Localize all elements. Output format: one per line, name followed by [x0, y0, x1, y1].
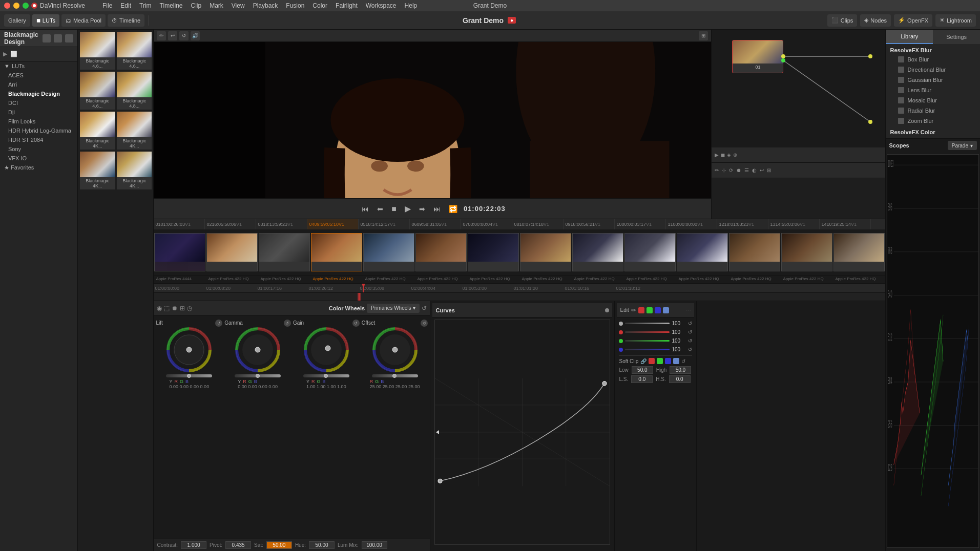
adj-green-btn[interactable]: [647, 307, 653, 313]
lut-item-2[interactable]: Blackmagic 4.6...: [80, 72, 115, 110]
fx-tab-library[interactable]: Library: [886, 30, 933, 44]
sat-input[interactable]: [266, 541, 292, 549]
soft-clip-all[interactable]: [673, 358, 679, 364]
clip-12[interactable]: [729, 233, 780, 271]
fx-item-radial-blur[interactable]: Radial Blur: [886, 105, 980, 116]
sidebar-nav-search[interactable]: [65, 34, 73, 43]
clip-14[interactable]: [833, 233, 885, 271]
prev-frame-button[interactable]: ⬅: [375, 204, 385, 214]
ls-input[interactable]: [631, 375, 653, 383]
preview-tool-1[interactable]: ✏: [157, 31, 166, 40]
clip-9[interactable]: [572, 233, 623, 271]
fx-item-gaussian-blur[interactable]: Gaussian Blur: [886, 75, 980, 85]
sidebar-item-vfx[interactable]: VFX IO: [0, 154, 77, 163]
lut-item-4[interactable]: Blackmagic 4K...: [80, 112, 115, 150]
adj-all-btn[interactable]: [663, 307, 669, 313]
clip-10[interactable]: [624, 233, 676, 271]
offset-wheel[interactable]: [372, 327, 418, 373]
curves-canvas[interactable]: [434, 320, 610, 545]
node-box-1[interactable]: 01: [732, 40, 783, 73]
gain-reset-btn[interactable]: ↺: [352, 320, 360, 327]
sidebar-item-aces[interactable]: ACES: [0, 71, 77, 80]
soft-clip-blue[interactable]: [665, 358, 671, 364]
lut-item-1[interactable]: Blackmagic 4.6...: [117, 32, 152, 70]
loop-button[interactable]: 🔁: [447, 204, 460, 214]
clips-button[interactable]: ⬛ Clips: [827, 14, 857, 27]
menu-trim[interactable]: Trim: [139, 2, 152, 9]
menu-timeline[interactable]: Timeline: [160, 2, 183, 9]
clip-13[interactable]: [781, 233, 832, 271]
lift-slider[interactable]: [166, 374, 212, 377]
sidebar-item-dci[interactable]: DCI: [0, 98, 77, 108]
offset-reset-btn[interactable]: ↺: [421, 320, 428, 327]
clip-8[interactable]: [520, 233, 571, 271]
lut-item-3[interactable]: Blackmagic 4.8...: [117, 72, 152, 110]
clip-2[interactable]: [206, 233, 258, 271]
clip-4[interactable]: [311, 233, 362, 271]
fx-item-box-blur[interactable]: Box Blur: [886, 54, 980, 65]
fx-tab-settings[interactable]: Settings: [933, 30, 980, 44]
preview-tool-3[interactable]: ↺: [179, 31, 189, 40]
lut-item-6[interactable]: Blackmagic 4K...: [80, 152, 115, 189]
sidebar-item-hdr-st[interactable]: HDR ST 2084: [0, 135, 77, 144]
sidebar-nav-grid[interactable]: [43, 34, 51, 43]
next-frame-button[interactable]: ➡: [417, 204, 427, 214]
luts-button[interactable]: ◼ LUTs: [32, 14, 59, 27]
lift-reset-btn[interactable]: ↺: [215, 320, 222, 327]
maximize-button[interactable]: [23, 3, 29, 9]
scopes-mode-btn[interactable]: Parade ▾: [948, 141, 977, 150]
adj-green-slider[interactable]: [625, 340, 670, 342]
sidebar-item-dji[interactable]: Dji: [0, 108, 77, 117]
menu-view[interactable]: View: [232, 2, 245, 9]
lut-item-7[interactable]: Blackmagic 4K...: [117, 152, 152, 189]
sidebar-item-favorites[interactable]: ★ Favorites: [0, 163, 77, 173]
primaries-wheels-btn[interactable]: Primaries Wheels▾: [367, 304, 420, 313]
clip-1[interactable]: [154, 233, 205, 271]
sidebar-item-luts[interactable]: ▼ LUTs: [0, 61, 77, 71]
fx-item-dir-blur[interactable]: Directional Blur: [886, 65, 980, 75]
gain-slider[interactable]: [303, 374, 349, 377]
hue-input[interactable]: [309, 541, 335, 549]
sidebar-item-hdr-hlg[interactable]: HDR Hybrid Log-Gamma: [0, 126, 77, 135]
curves-reset-dot[interactable]: [605, 308, 609, 312]
hs-input[interactable]: [669, 375, 691, 383]
gamma-slider[interactable]: [235, 374, 281, 377]
gamma-reset-btn[interactable]: ↺: [284, 320, 291, 327]
adj-white-reset[interactable]: ↺: [688, 321, 692, 326]
menu-help[interactable]: Help: [405, 2, 418, 9]
openfx-button[interactable]: ⚡ OpenFX: [894, 14, 932, 27]
menu-file[interactable]: File: [102, 2, 112, 9]
timeline-button[interactable]: ⏱ Timeline: [108, 14, 144, 27]
menu-mark[interactable]: Mark: [210, 2, 223, 9]
sidebar-item-sony[interactable]: Sony: [0, 144, 77, 154]
lightroom-button[interactable]: ☀ Lightroom: [935, 14, 976, 27]
clip-7[interactable]: [468, 233, 519, 271]
lum-mix-input[interactable]: [362, 541, 387, 549]
stop-button[interactable]: ■: [389, 203, 399, 215]
sidebar-item-blackmagic[interactable]: Blackmagic Design: [0, 89, 77, 98]
clip-5[interactable]: [363, 233, 414, 271]
fx-item-zoom-blur[interactable]: Zoom Blur: [886, 116, 980, 126]
gamma-wheel[interactable]: [235, 327, 281, 373]
soft-clip-reset[interactable]: ↺: [681, 358, 685, 364]
offset-slider[interactable]: [372, 374, 418, 377]
close-button[interactable]: [4, 3, 10, 9]
adj-red-reset[interactable]: ↺: [688, 329, 692, 335]
sidebar-item-film-looks[interactable]: Film Looks: [0, 117, 77, 126]
adj-blue-reset[interactable]: ↺: [688, 347, 692, 352]
menu-playback[interactable]: Playback: [253, 2, 278, 9]
menu-edit[interactable]: Edit: [120, 2, 131, 9]
clip-3[interactable]: [259, 233, 310, 271]
menu-fairlight[interactable]: Fairlight: [336, 2, 358, 9]
nodes-button[interactable]: ◈ Nodes: [860, 14, 891, 27]
soft-clip-red[interactable]: [649, 358, 655, 364]
pivot-input[interactable]: [225, 541, 251, 549]
menu-color[interactable]: Color: [312, 2, 327, 9]
sidebar-nav-list[interactable]: [54, 34, 62, 43]
play-button[interactable]: ▶: [403, 203, 413, 215]
go-to-start-button[interactable]: ⏮: [360, 204, 371, 214]
lut-item-5[interactable]: Blackmagic 4K...: [117, 112, 152, 150]
clip-6[interactable]: [415, 233, 467, 271]
adj-green-reset[interactable]: ↺: [688, 338, 692, 344]
gain-wheel[interactable]: [303, 327, 349, 373]
